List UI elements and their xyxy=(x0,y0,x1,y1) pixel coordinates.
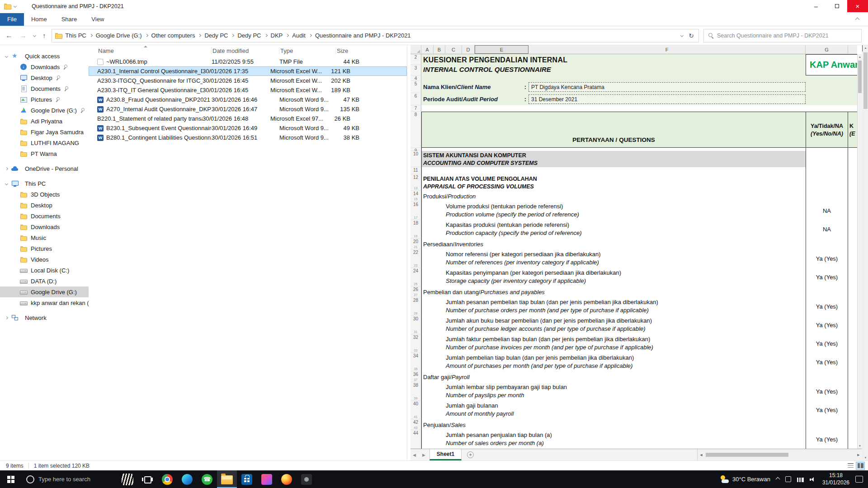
sidebar-item-documents[interactable]: Documents xyxy=(0,83,89,94)
column-header-size[interactable]: Size xyxy=(336,47,360,55)
select-all-corner[interactable] xyxy=(410,45,421,54)
sidebar-item-pictures[interactable]: Pictures xyxy=(0,94,89,105)
sidebar-section-this-pc[interactable]: This PC xyxy=(0,178,89,189)
file-row[interactable]: XA230.3-ITQ_IT General Questionnaire_DK.… xyxy=(89,85,407,95)
question-cell[interactable]: Pembelian dan utang/Purchases and payabl… xyxy=(421,286,806,297)
sidebar-item-figar-jaya-samudra[interactable]: Figar Jaya Samudra xyxy=(0,127,89,137)
hidden-icons-chevron-icon[interactable] xyxy=(775,477,780,482)
store-taskbar-button[interactable] xyxy=(237,470,257,488)
field-value-cell[interactable]: 31 Desember 2021 xyxy=(528,94,806,104)
start-button[interactable] xyxy=(0,470,22,488)
whatsapp-taskbar-button[interactable]: ☎ xyxy=(197,470,217,488)
sidebar-item-documents[interactable]: Documents xyxy=(0,211,89,221)
spreadsheet-vertical-scrollbar[interactable]: ▲ ▼ xyxy=(857,54,862,449)
answer-cell[interactable] xyxy=(806,371,848,382)
question-cell[interactable] xyxy=(421,148,806,151)
sidebar-item-pt-warna[interactable]: PT Warna xyxy=(0,148,89,159)
answer-cell[interactable]: Ya (Yes) xyxy=(806,382,848,401)
sidebar-item-music[interactable]: Music xyxy=(0,232,89,243)
answer-cell[interactable] xyxy=(806,191,848,202)
ribbon-collapse-icon[interactable] xyxy=(855,18,860,22)
sidebar-section-onedrive-personal[interactable]: OneDrive - Personal xyxy=(0,163,89,174)
search-input[interactable] xyxy=(717,33,857,39)
sidebar-item-data-d[interactable]: DATA (D:) xyxy=(0,276,89,286)
firefox-taskbar-button[interactable] xyxy=(277,470,297,488)
chevron-down-icon[interactable] xyxy=(5,182,8,185)
refresh-icon[interactable]: ↻ xyxy=(689,32,694,39)
tab-view[interactable]: View xyxy=(84,13,111,26)
spreadsheet-horizontal-scrollbar[interactable]: ◀ ▶ xyxy=(697,449,862,460)
column-header-date-modified[interactable]: Date modified xyxy=(212,47,279,55)
tab-share[interactable]: Share xyxy=(54,13,85,26)
file-explorer-taskbar-button[interactable] xyxy=(217,470,237,488)
question-cell[interactable]: Jumlah pesanan pembelian tiap bulan (dan… xyxy=(421,297,806,316)
chevron-down-icon[interactable] xyxy=(5,54,8,57)
dark-app-taskbar-button[interactable] xyxy=(297,470,316,488)
question-cell[interactable]: Produksi/Production xyxy=(421,191,806,202)
file-row[interactable]: XB220.1_Statement of related party trans… xyxy=(89,114,407,123)
file-row[interactable]: WB280.1_Contingent Liabilities Questionn… xyxy=(89,133,407,142)
question-cell[interactable]: Penjualan/Sales xyxy=(421,419,806,430)
column-header-c[interactable]: C xyxy=(445,45,462,54)
chevron-right-icon[interactable] xyxy=(5,316,8,319)
column-header-e[interactable]: E xyxy=(475,45,528,54)
answer-cell[interactable] xyxy=(806,239,848,249)
question-cell[interactable]: Persediaan/Inventories xyxy=(421,239,806,249)
sheet-nav-right-icon[interactable]: ▶ xyxy=(420,453,429,457)
volume-icon[interactable] xyxy=(810,476,816,483)
column-header-a[interactable]: A xyxy=(421,45,434,54)
question-cell[interactable]: Nomor referensi (per kategori persediaan… xyxy=(421,249,806,268)
task-view-taskbar-button[interactable] xyxy=(137,470,157,488)
maximize-button[interactable] xyxy=(826,0,847,12)
file-explorer-app-icon[interactable] xyxy=(4,3,11,9)
scrollbar-thumb[interactable] xyxy=(706,453,788,457)
photos-taskbar-button[interactable] xyxy=(257,470,277,488)
scroll-up-icon[interactable]: ▲ xyxy=(858,54,862,60)
search-box[interactable] xyxy=(703,29,862,42)
sidebar-item-google-drive-g[interactable]: Google Drive (G:) xyxy=(0,286,89,297)
network-icon[interactable] xyxy=(797,478,804,482)
answer-cell[interactable] xyxy=(806,419,848,430)
sidebar-item-pictures[interactable]: Pictures xyxy=(0,243,89,254)
clock[interactable]: 15:18 31/01/2026 xyxy=(822,472,849,486)
column-header-d[interactable]: D xyxy=(462,45,475,54)
question-cell[interactable]: Daftar gaji/Payroll xyxy=(421,371,806,382)
tray-app-icon[interactable] xyxy=(785,476,791,482)
sidebar-item-kkp-anwar-dan-rekan-1[interactable]: kkp anwar dan rekan (\\1 xyxy=(0,297,89,308)
scroll-right-icon[interactable]: ▶ xyxy=(855,453,862,457)
question-cell[interactable]: Volume produksi (tentukan periode refere… xyxy=(421,202,806,220)
breadcrumb-segment-dkp[interactable]: DKP xyxy=(268,29,286,42)
field-value-cell[interactable]: PT Digdaya Kencana Pratama xyxy=(528,82,806,92)
taskbar-search[interactable]: Type here to search xyxy=(22,470,118,488)
column-header-f[interactable]: F xyxy=(528,45,806,54)
answer-cell[interactable]: Ya (Yes) xyxy=(806,316,848,334)
quick-access-toolbar-chevron-icon[interactable] xyxy=(14,5,17,8)
question-cell[interactable]: PENILAIAN ATAS VOLUME PENGOLAHANAPPRAISA… xyxy=(421,174,806,191)
file-row[interactable]: XA230.1_Internal Control Questionnaire_D… xyxy=(89,66,407,76)
chrome-taskbar-button[interactable] xyxy=(157,470,177,488)
answer-cell[interactable]: Ya (Yes) xyxy=(806,334,848,353)
answer-cell[interactable] xyxy=(806,286,848,297)
file-row[interactable]: WA230.8_Fraud Questionnaire_DKP202130/01… xyxy=(89,95,407,104)
breadcrumb-segment-dedy-pc[interactable]: Dedy PC xyxy=(201,29,231,42)
sidebar-item-adi-priyatna[interactable]: Adi Priyatna xyxy=(0,116,89,127)
breadcrumb-segment-this-pc[interactable]: This PC xyxy=(62,29,90,42)
breadcrumb-segment-questionnaire-and-pmpj-dkp2021[interactable]: Questionnaire and PMPJ - DKP2021 xyxy=(312,29,414,42)
file-row[interactable]: WB230.1_Subsequent Event Questionnaire_.… xyxy=(89,123,407,133)
zebra-app-taskbar-button[interactable] xyxy=(118,470,137,488)
sidebar-section-network[interactable]: Network xyxy=(0,312,89,323)
scrollbar-track[interactable] xyxy=(705,453,855,457)
question-cell[interactable]: Jumlah faktur pembelian tiap bulan (dan … xyxy=(421,334,806,353)
file-row[interactable]: XA230.3-ITGCQ_Questionnaire for ITGC_DK.… xyxy=(89,76,407,85)
scroll-down-icon[interactable]: ▼ xyxy=(858,443,862,449)
answer-cell[interactable]: NA xyxy=(806,202,848,220)
question-cell[interactable]: Kapasitas penyimpanan (per kategori pers… xyxy=(421,268,806,286)
add-sheet-button[interactable]: + xyxy=(467,451,474,458)
address-dropdown-chevron-icon[interactable] xyxy=(680,34,684,37)
weather-widget[interactable]: 30°C Berawan xyxy=(719,475,770,483)
chevron-right-icon[interactable] xyxy=(5,167,8,170)
sidebar-item-luthfi-magang[interactable]: LUTHFI MAGANG xyxy=(0,137,89,148)
file-row[interactable]: ~WRL0066.tmp11/02/2025 9:55TMP File44 KB xyxy=(89,57,407,66)
preview-pane-scrollbar[interactable]: ▲ ▼ xyxy=(863,45,868,460)
answer-cell[interactable] xyxy=(806,167,848,174)
